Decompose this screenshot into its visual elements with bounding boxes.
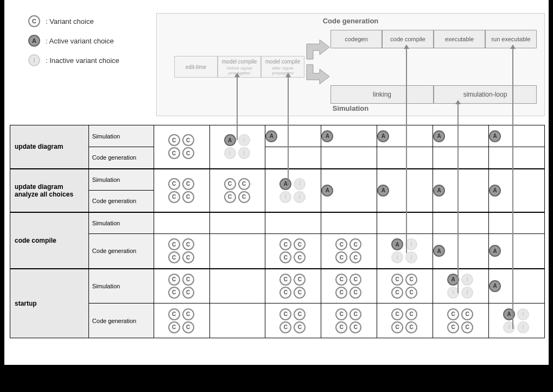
variant-activation-table: update diagram Simulation CCCC AIII A A … xyxy=(10,125,545,338)
cell: A xyxy=(433,125,489,147)
cell: A xyxy=(489,269,545,304)
cell: AIII xyxy=(433,269,489,304)
cell: CCCC xyxy=(154,304,209,338)
sub-header: Code generation xyxy=(88,304,154,338)
cell: A xyxy=(377,125,433,147)
cell: CCCC xyxy=(265,234,321,269)
stage-box: codegen xyxy=(330,30,382,48)
legend-label: : Variant choice xyxy=(46,17,94,26)
simulation-title: Simulation xyxy=(157,104,544,112)
cell: CCCC xyxy=(265,304,321,338)
cell xyxy=(377,147,433,169)
stage-box: edit-time xyxy=(174,56,218,78)
active-variant-icon: A xyxy=(28,35,40,47)
cell: AIII xyxy=(489,304,545,338)
sub-header: Simulation xyxy=(88,269,154,304)
cell xyxy=(209,212,265,234)
cell xyxy=(433,147,489,169)
cell: AIII xyxy=(209,125,265,169)
cell: CCCC xyxy=(154,269,209,304)
cell xyxy=(265,212,321,234)
cell: CCCC xyxy=(321,234,377,269)
cell xyxy=(433,212,489,234)
cell: AIII xyxy=(265,169,321,212)
sub-header: Code generation xyxy=(88,147,154,169)
cell: CCCC xyxy=(377,269,433,304)
sub-header: Code generation xyxy=(88,234,154,269)
sub-header: Code generation xyxy=(88,191,154,212)
stage-diagram: Code generation Simulation codegen code … xyxy=(156,13,545,116)
cell xyxy=(377,212,433,234)
stage-box: model compile before signal propagates xyxy=(218,56,261,78)
legend-row-active: A : Active variant choice xyxy=(28,35,119,47)
cell: CCCC xyxy=(154,169,209,212)
cell xyxy=(265,147,321,169)
cell xyxy=(321,212,377,234)
cell xyxy=(209,269,265,304)
legend: C : Variant choice A : Active variant ch… xyxy=(28,15,119,74)
row-header: startup xyxy=(10,269,89,338)
cell: CCCC xyxy=(209,169,265,212)
cell: CCCC xyxy=(154,125,209,169)
stage-box: linking xyxy=(330,85,434,104)
cell: CCCC xyxy=(321,304,377,338)
cell: CCCC xyxy=(433,304,489,338)
cell: A xyxy=(321,169,377,212)
stage-box: code compile xyxy=(382,30,434,48)
cell xyxy=(154,212,209,234)
cell xyxy=(489,147,545,169)
row-header: update diagram analyze all choices xyxy=(10,169,89,212)
stage-box: simulation-loop xyxy=(434,85,537,104)
cell: A xyxy=(489,234,545,269)
cell: A xyxy=(433,169,489,212)
cell xyxy=(489,212,545,234)
cell: CCCC xyxy=(154,234,209,269)
sub-header: Simulation xyxy=(88,125,154,147)
sub-header: Simulation xyxy=(88,169,154,191)
cell: A xyxy=(489,125,545,147)
cell xyxy=(321,147,377,169)
cell: CCCC xyxy=(321,269,377,304)
cell xyxy=(209,234,265,269)
legend-row-inactive: I : Inactive variant choice xyxy=(28,54,119,66)
cell: A xyxy=(321,125,377,147)
model-stages: edit-time model compile before signal pr… xyxy=(174,56,304,78)
code-generation-title: Code generation xyxy=(157,17,544,25)
stage-box: run executable xyxy=(485,30,537,48)
legend-label: : Inactive variant choice xyxy=(46,56,119,65)
codegen-stages: codegen code compile executable run exec… xyxy=(330,30,537,48)
cell: A xyxy=(489,169,545,212)
simulation-stages: linking simulation-loop xyxy=(330,85,537,104)
split-arrow-icon xyxy=(304,40,330,84)
cell xyxy=(209,304,265,338)
cell: A xyxy=(377,169,433,212)
cell: A xyxy=(433,234,489,269)
cell: A xyxy=(265,125,321,147)
cell: CCCC xyxy=(377,304,433,338)
variant-choice-icon: C xyxy=(28,15,40,27)
legend-row-variant: C : Variant choice xyxy=(28,15,119,27)
row-header: update diagram xyxy=(10,125,89,169)
row-header: code compile xyxy=(10,212,89,269)
sub-header: Simulation xyxy=(88,212,154,234)
cell: CCCC xyxy=(265,269,321,304)
inactive-variant-icon: I xyxy=(28,54,40,66)
stage-box: model compile after signal propagates xyxy=(261,56,304,78)
stage-box: executable xyxy=(434,30,485,48)
legend-label: : Active variant choice xyxy=(46,37,114,45)
cell: AIII xyxy=(377,234,433,269)
